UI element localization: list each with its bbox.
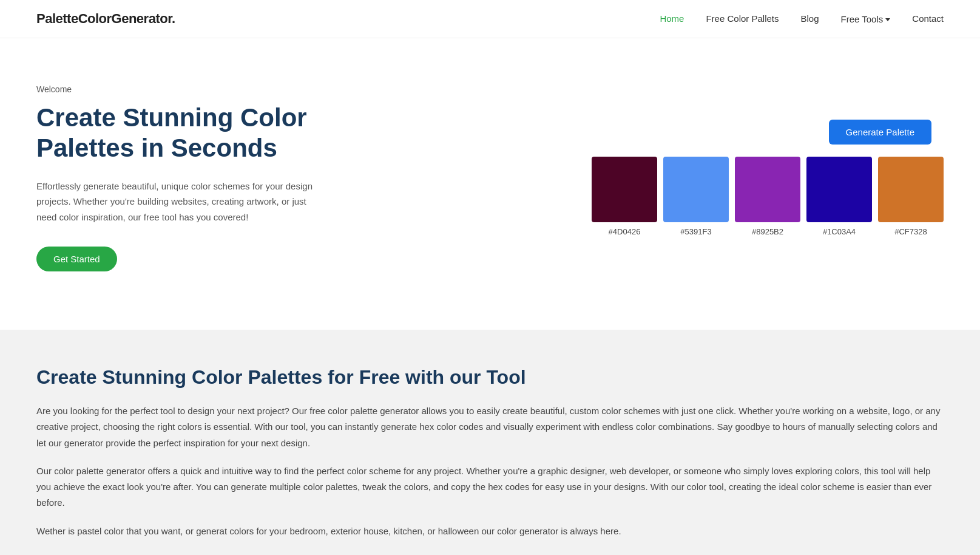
bottom-section: Create Stunning Color Palettes for Free …	[0, 330, 980, 555]
swatch-item: #8925B2	[735, 157, 800, 236]
hero-section: Welcome Create Stunning Color Palettes i…	[0, 38, 980, 330]
bottom-paragraph-1: Are you looking for the perfect tool to …	[36, 403, 944, 451]
swatch-label: #8925B2	[752, 227, 783, 236]
nav-item-free-tools[interactable]: Free Tools	[841, 14, 891, 24]
swatch-color-box[interactable]	[663, 157, 729, 222]
bottom-paragraph-2: Our color palette generator offers a qui…	[36, 463, 944, 511]
nav-links: Home Free Color Pallets Blog Free Tools …	[660, 13, 944, 24]
swatch-item: #1C03A4	[806, 157, 872, 236]
bottom-title: Create Stunning Color Palettes for Free …	[36, 366, 944, 389]
nav-item-contact[interactable]: Contact	[912, 13, 944, 24]
hero-left: Welcome Create Stunning Color Palettes i…	[36, 84, 328, 271]
site-logo[interactable]: PaletteColorGenerator.	[36, 11, 175, 27]
chevron-down-icon	[885, 18, 890, 21]
swatch-item: #CF7328	[878, 157, 944, 236]
nav-link-blog[interactable]: Blog	[801, 13, 819, 24]
hero-title: Create Stunning Color Palettes in Second…	[36, 103, 328, 164]
nav-link-home[interactable]: Home	[660, 13, 684, 24]
nav-link-pallets[interactable]: Free Color Pallets	[706, 13, 779, 24]
get-started-button[interactable]: Get Started	[36, 247, 117, 271]
palette-swatches: #4D0426#5391F3#8925B2#1C03A4#CF7328	[592, 157, 944, 236]
bottom-paragraph-3: Wether is pastel color that you want, or…	[36, 523, 944, 539]
swatch-label: #CF7328	[894, 227, 927, 236]
swatch-color-box[interactable]	[806, 157, 872, 222]
swatch-color-box[interactable]	[592, 157, 657, 222]
swatch-label: #4D0426	[609, 227, 641, 236]
nav-link-contact[interactable]: Contact	[912, 13, 944, 24]
swatch-label: #1C03A4	[823, 227, 856, 236]
nav-item-pallets[interactable]: Free Color Pallets	[706, 13, 779, 24]
swatch-color-box[interactable]	[878, 157, 944, 222]
swatch-item: #5391F3	[663, 157, 729, 236]
nav-item-blog[interactable]: Blog	[801, 13, 819, 24]
hero-welcome: Welcome	[36, 84, 328, 94]
swatch-label: #5391F3	[680, 227, 711, 236]
generate-palette-button[interactable]: Generate Palette	[829, 120, 931, 145]
navbar: PaletteColorGenerator. Home Free Color P…	[0, 0, 980, 38]
hero-right: Generate Palette #4D0426#5391F3#8925B2#1…	[592, 120, 944, 236]
swatch-color-box[interactable]	[735, 157, 800, 222]
hero-description: Effortlessly generate beautiful, unique …	[36, 179, 328, 225]
nav-item-home[interactable]: Home	[660, 13, 684, 24]
swatch-item: #4D0426	[592, 157, 657, 236]
nav-link-free-tools[interactable]: Free Tools	[841, 14, 891, 24]
